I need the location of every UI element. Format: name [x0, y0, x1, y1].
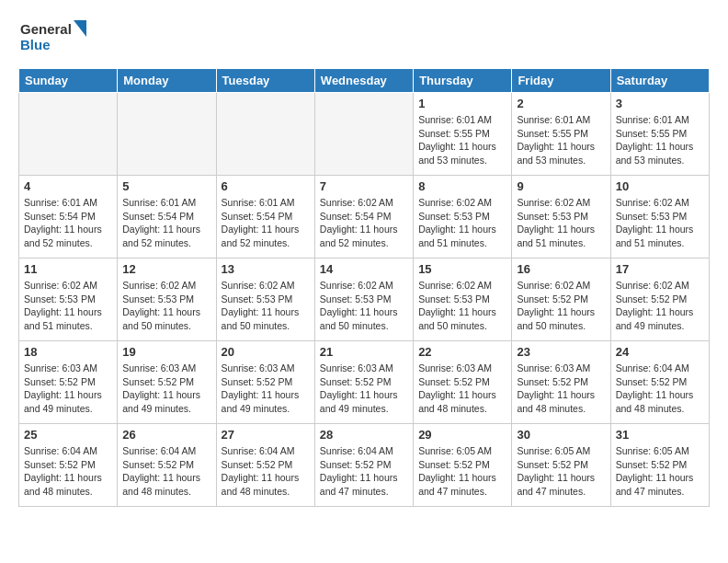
- day-info: Sunrise: 6:02 AMSunset: 5:53 PMDaylight:…: [517, 196, 605, 250]
- day-number: 25: [24, 428, 112, 442]
- day-info: Sunrise: 6:02 AMSunset: 5:53 PMDaylight:…: [418, 196, 506, 250]
- day-cell: 31Sunrise: 6:05 AMSunset: 5:52 PMDayligh…: [610, 424, 709, 507]
- day-info: Sunrise: 6:01 AMSunset: 5:54 PMDaylight:…: [122, 196, 210, 250]
- day-cell: [19, 93, 118, 176]
- day-info: Sunrise: 6:05 AMSunset: 5:52 PMDaylight:…: [616, 444, 704, 499]
- day-number: 16: [517, 262, 605, 276]
- day-cell: 1Sunrise: 6:01 AMSunset: 5:55 PMDaylight…: [414, 93, 512, 176]
- day-cell: 10Sunrise: 6:02 AMSunset: 5:53 PMDayligh…: [610, 176, 709, 259]
- day-cell: 26Sunrise: 6:04 AMSunset: 5:52 PMDayligh…: [118, 424, 216, 507]
- day-cell: 27Sunrise: 6:04 AMSunset: 5:52 PMDayligh…: [216, 424, 314, 507]
- day-cell: 14Sunrise: 6:02 AMSunset: 5:53 PMDayligh…: [314, 259, 413, 341]
- day-number: 28: [320, 428, 408, 442]
- day-number: 9: [517, 179, 605, 193]
- day-number: 14: [320, 262, 408, 276]
- day-number: 17: [616, 262, 704, 276]
- week-row-3: 11Sunrise: 6:02 AMSunset: 5:53 PMDayligh…: [19, 259, 710, 341]
- day-cell: 3Sunrise: 6:01 AMSunset: 5:55 PMDaylight…: [610, 93, 709, 176]
- day-info: Sunrise: 6:04 AMSunset: 5:52 PMDaylight:…: [616, 362, 704, 416]
- day-cell: 21Sunrise: 6:03 AMSunset: 5:52 PMDayligh…: [314, 341, 413, 424]
- day-number: 26: [122, 428, 210, 442]
- day-number: 24: [616, 345, 704, 359]
- day-info: Sunrise: 6:02 AMSunset: 5:54 PMDaylight:…: [320, 196, 408, 250]
- day-number: 15: [418, 262, 506, 276]
- day-info: Sunrise: 6:01 AMSunset: 5:55 PMDaylight:…: [517, 113, 605, 167]
- day-cell: 17Sunrise: 6:02 AMSunset: 5:52 PMDayligh…: [610, 259, 709, 341]
- day-cell: [314, 93, 413, 176]
- day-info: Sunrise: 6:02 AMSunset: 5:53 PMDaylight:…: [222, 279, 310, 333]
- day-cell: 6Sunrise: 6:01 AMSunset: 5:54 PMDaylight…: [216, 176, 314, 259]
- day-info: Sunrise: 6:03 AMSunset: 5:52 PMDaylight:…: [517, 362, 605, 416]
- day-cell: 4Sunrise: 6:01 AMSunset: 5:54 PMDaylight…: [19, 176, 118, 259]
- weekday-header-tuesday: Tuesday: [216, 69, 314, 93]
- day-info: Sunrise: 6:01 AMSunset: 5:55 PMDaylight:…: [616, 113, 704, 167]
- day-info: Sunrise: 6:02 AMSunset: 5:53 PMDaylight:…: [418, 279, 506, 333]
- day-cell: [118, 93, 216, 176]
- day-info: Sunrise: 6:04 AMSunset: 5:52 PMDaylight:…: [222, 444, 310, 499]
- week-row-2: 4Sunrise: 6:01 AMSunset: 5:54 PMDaylight…: [19, 176, 710, 259]
- day-number: 7: [320, 179, 408, 193]
- day-info: Sunrise: 6:05 AMSunset: 5:52 PMDaylight:…: [418, 444, 506, 499]
- day-number: 6: [222, 179, 310, 193]
- page: GeneralBlue SundayMondayTuesdayWednesday…: [0, 0, 728, 516]
- day-cell: 20Sunrise: 6:03 AMSunset: 5:52 PMDayligh…: [216, 341, 314, 424]
- day-info: Sunrise: 6:03 AMSunset: 5:52 PMDaylight:…: [222, 362, 310, 416]
- day-cell: 29Sunrise: 6:05 AMSunset: 5:52 PMDayligh…: [414, 424, 512, 507]
- header: GeneralBlue: [18, 18, 710, 53]
- day-cell: 12Sunrise: 6:02 AMSunset: 5:53 PMDayligh…: [118, 259, 216, 341]
- day-number: 21: [320, 345, 408, 359]
- day-info: Sunrise: 6:03 AMSunset: 5:52 PMDaylight:…: [418, 362, 506, 416]
- day-info: Sunrise: 6:02 AMSunset: 5:52 PMDaylight:…: [616, 279, 704, 333]
- day-number: 1: [418, 97, 506, 110]
- day-info: Sunrise: 6:04 AMSunset: 5:52 PMDaylight:…: [122, 444, 210, 499]
- day-number: 19: [122, 345, 210, 359]
- day-number: 5: [122, 179, 210, 193]
- weekday-header-saturday: Saturday: [610, 69, 709, 93]
- day-number: 29: [418, 428, 506, 442]
- day-number: 3: [616, 97, 704, 110]
- weekday-header-monday: Monday: [118, 69, 216, 93]
- week-row-4: 18Sunrise: 6:03 AMSunset: 5:52 PMDayligh…: [19, 341, 710, 424]
- day-cell: [216, 93, 314, 176]
- logo: GeneralBlue: [18, 18, 92, 53]
- day-info: Sunrise: 6:05 AMSunset: 5:52 PMDaylight:…: [517, 444, 605, 499]
- day-number: 10: [616, 179, 704, 193]
- day-number: 13: [222, 262, 310, 276]
- day-info: Sunrise: 6:04 AMSunset: 5:52 PMDaylight:…: [24, 444, 112, 499]
- day-cell: 18Sunrise: 6:03 AMSunset: 5:52 PMDayligh…: [19, 341, 118, 424]
- day-cell: 7Sunrise: 6:02 AMSunset: 5:54 PMDaylight…: [314, 176, 413, 259]
- day-info: Sunrise: 6:02 AMSunset: 5:53 PMDaylight:…: [320, 279, 408, 333]
- weekday-header-wednesday: Wednesday: [314, 69, 413, 93]
- day-info: Sunrise: 6:03 AMSunset: 5:52 PMDaylight:…: [24, 362, 112, 416]
- week-row-5: 25Sunrise: 6:04 AMSunset: 5:52 PMDayligh…: [19, 424, 710, 507]
- calendar: SundayMondayTuesdayWednesdayThursdayFrid…: [18, 68, 710, 507]
- weekday-header-sunday: Sunday: [19, 69, 118, 93]
- day-number: 18: [24, 345, 112, 359]
- weekday-header-friday: Friday: [512, 69, 610, 93]
- day-info: Sunrise: 6:02 AMSunset: 5:53 PMDaylight:…: [616, 196, 704, 250]
- day-cell: 8Sunrise: 6:02 AMSunset: 5:53 PMDaylight…: [414, 176, 512, 259]
- day-cell: 15Sunrise: 6:02 AMSunset: 5:53 PMDayligh…: [414, 259, 512, 341]
- day-cell: 11Sunrise: 6:02 AMSunset: 5:53 PMDayligh…: [19, 259, 118, 341]
- day-cell: 23Sunrise: 6:03 AMSunset: 5:52 PMDayligh…: [512, 341, 610, 424]
- day-info: Sunrise: 6:01 AMSunset: 5:54 PMDaylight:…: [222, 196, 310, 250]
- day-number: 31: [616, 428, 704, 442]
- day-number: 11: [24, 262, 112, 276]
- day-cell: 28Sunrise: 6:04 AMSunset: 5:52 PMDayligh…: [314, 424, 413, 507]
- day-cell: 13Sunrise: 6:02 AMSunset: 5:53 PMDayligh…: [216, 259, 314, 341]
- day-number: 27: [222, 428, 310, 442]
- weekday-header-row: SundayMondayTuesdayWednesdayThursdayFrid…: [19, 69, 710, 93]
- day-cell: 30Sunrise: 6:05 AMSunset: 5:52 PMDayligh…: [512, 424, 610, 507]
- day-number: 12: [122, 262, 210, 276]
- day-number: 4: [24, 179, 112, 193]
- svg-text:Blue: Blue: [20, 37, 51, 52]
- day-cell: 19Sunrise: 6:03 AMSunset: 5:52 PMDayligh…: [118, 341, 216, 424]
- day-cell: 24Sunrise: 6:04 AMSunset: 5:52 PMDayligh…: [610, 341, 709, 424]
- day-number: 30: [517, 428, 605, 442]
- day-info: Sunrise: 6:01 AMSunset: 5:55 PMDaylight:…: [418, 113, 506, 167]
- logo-svg: GeneralBlue: [18, 18, 92, 53]
- day-info: Sunrise: 6:01 AMSunset: 5:54 PMDaylight:…: [24, 196, 112, 250]
- day-cell: 2Sunrise: 6:01 AMSunset: 5:55 PMDaylight…: [512, 93, 610, 176]
- day-info: Sunrise: 6:02 AMSunset: 5:53 PMDaylight:…: [24, 279, 112, 333]
- day-cell: 9Sunrise: 6:02 AMSunset: 5:53 PMDaylight…: [512, 176, 610, 259]
